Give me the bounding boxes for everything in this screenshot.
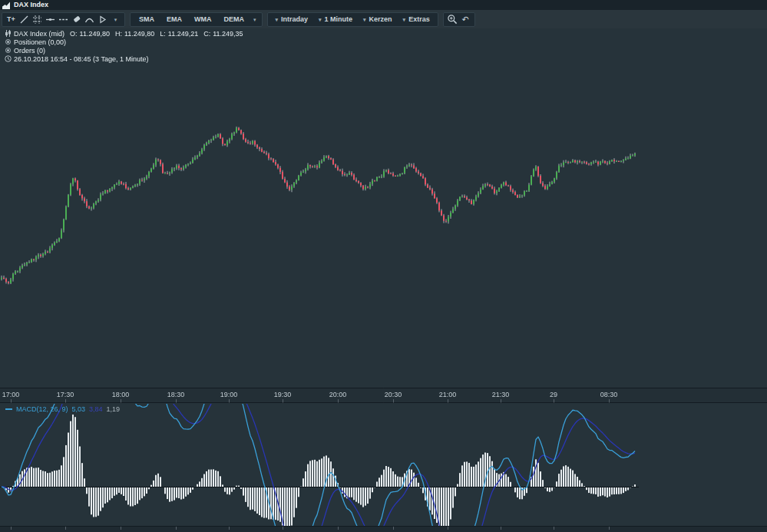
pointer-icon <box>98 15 107 25</box>
dashed-line-tool-button[interactable] <box>57 13 70 26</box>
close-label: C: <box>203 30 210 38</box>
indicator-more-caret-icon[interactable]: ▾ <box>250 17 260 22</box>
macd-series-icon <box>5 408 12 410</box>
zoom-in-button[interactable] <box>446 13 459 26</box>
time-axis-label: 18:30 <box>167 391 185 398</box>
fibonacci-grid-tool-button[interactable] <box>31 13 44 26</box>
macd-histogram-value: 1,19 <box>107 405 121 413</box>
zoom-group: ↶ <box>443 12 475 27</box>
high-value: 11.249,80 <box>124 30 154 38</box>
indicator-dema-button[interactable]: DEMA <box>218 13 251 26</box>
macd-line-value: 5,03 <box>72 405 86 413</box>
orders-legend-row[interactable]: Orders (0) <box>4 46 243 55</box>
clock-icon <box>4 55 12 62</box>
close-value: 11.249,35 <box>213 30 243 38</box>
dropdown-intraday[interactable]: ▾Intraday <box>270 13 314 26</box>
trendline-icon <box>19 15 29 25</box>
chevron-down-icon: ▾ <box>276 17 279 22</box>
dropdown-kerzen[interactable]: ▾Kerzen <box>358 13 398 26</box>
dropdown-label: Kerzen <box>369 15 392 23</box>
pointer-tool-button[interactable] <box>96 13 109 26</box>
trendline-tool-button[interactable] <box>18 13 31 26</box>
undo-icon: ↶ <box>462 15 469 24</box>
macd-signal-value: 3,84 <box>89 405 103 413</box>
horizontal-line-icon <box>45 15 55 25</box>
indicator-wma-button[interactable]: WMA <box>188 13 218 26</box>
open-label: O: <box>70 30 78 38</box>
time-axis-label: 21:00 <box>439 391 457 398</box>
undo-button[interactable]: ↶ <box>459 13 472 26</box>
time-axis-label: 17:00 <box>2 391 20 398</box>
time-axis-label: 19:00 <box>220 391 238 398</box>
arc-tool-button[interactable] <box>83 13 96 26</box>
time-axis-label: 18:00 <box>112 391 130 398</box>
timerange-text: 26.10.2018 16:54 - 08:45 (3 Tage, 1 Minu… <box>14 55 148 63</box>
eraser-tool-button[interactable] <box>70 13 83 26</box>
area-chart-icon <box>2 2 11 9</box>
instrument-legend-row: DAX Index (mid) O: 11.249,80 H: 11.249,8… <box>4 29 243 38</box>
macd-name: MACD(12, 26, 9) <box>16 405 68 413</box>
dropdown-1-minute[interactable]: ▾1 Minute <box>313 13 358 26</box>
low-label: L: <box>160 30 166 38</box>
time-axis-label: 19:30 <box>274 391 292 398</box>
dashed-line-icon <box>58 15 68 25</box>
time-axis-label: 17:30 <box>57 391 74 398</box>
high-label: H: <box>115 30 122 38</box>
price-and-macd-chart[interactable] <box>0 0 767 532</box>
dropdown-label: Extras <box>408 15 430 23</box>
dropdown-label: 1 Minute <box>325 15 353 23</box>
chevron-down-icon: ▾ <box>114 17 117 22</box>
indicator-sma-button[interactable]: SMA <box>133 13 160 26</box>
positions-legend-row[interactable]: Positionen (0,00) <box>4 38 243 46</box>
timerange-legend-row: 26.10.2018 16:54 - 08:45 (3 Tage, 1 Minu… <box>4 55 243 63</box>
positions-label: Positionen (0,00) <box>14 38 66 46</box>
chevron-down-icon: ▾ <box>319 17 322 22</box>
chevron-down-icon: ▾ <box>363 17 366 22</box>
trading-app-window: DAX Index T+ <box>0 0 767 532</box>
text-tool-icon: T+ <box>7 15 15 23</box>
window-titlebar: DAX Index <box>0 0 767 10</box>
window-title: DAX Index <box>14 0 48 10</box>
horizontal-line-tool-button[interactable] <box>44 13 57 26</box>
fibonacci-grid-icon <box>32 15 42 25</box>
time-axis-label: 29 <box>550 391 557 398</box>
chart-settings-group: ▾Intraday▾1 Minute▾Kerzen▾Extras <box>267 12 438 27</box>
orders-toggle-icon[interactable] <box>4 48 12 53</box>
positions-toggle-icon[interactable] <box>4 39 12 45</box>
more-tools-button[interactable]: ▾ <box>109 13 122 26</box>
orders-label: Orders (0) <box>14 47 45 55</box>
chart-toolbar: T+ <box>0 10 767 28</box>
time-axis-label: 21:30 <box>492 391 510 398</box>
open-value: 11.249,80 <box>80 30 110 38</box>
indicator-buttons-group: SMAEMAWMADEMA▾ <box>130 12 263 27</box>
time-axis-label: 08:30 <box>600 391 618 398</box>
text-tool-button[interactable]: T+ <box>5 13 18 26</box>
eraser-icon <box>71 15 81 25</box>
arc-icon <box>84 15 94 25</box>
candlestick-series-icon <box>4 30 12 37</box>
macd-legend: MACD(12, 26, 9) 5,03 3,84 1,19 <box>5 405 120 413</box>
time-axis-label: 20:00 <box>329 391 347 398</box>
dropdown-extras[interactable]: ▾Extras <box>398 13 435 26</box>
chart-legend: DAX Index (mid) O: 11.249,80 H: 11.249,8… <box>4 29 243 63</box>
instrument-name: DAX Index (mid) <box>14 30 64 38</box>
indicator-ema-button[interactable]: EMA <box>160 13 188 26</box>
dropdown-label: Intraday <box>281 15 308 23</box>
low-value: 11.249,21 <box>168 30 198 38</box>
time-axis-label: 20:30 <box>385 391 402 398</box>
chevron-down-icon: ▾ <box>403 17 406 22</box>
magnifier-plus-icon <box>447 14 458 25</box>
draw-tools-group: T+ <box>2 12 125 27</box>
